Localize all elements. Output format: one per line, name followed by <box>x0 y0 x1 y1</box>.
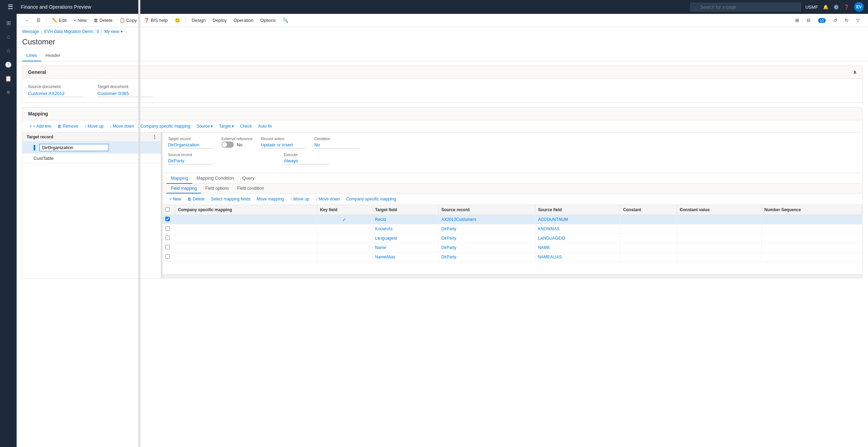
field-company-specific-button[interactable]: Company specific mapping <box>343 195 399 203</box>
table-row[interactable]: Name DirParty NAME <box>163 243 862 252</box>
mapping-move-up-button[interactable]: ↑ Move up <box>82 122 106 130</box>
edit-button[interactable]: ✏️ Edit <box>49 16 69 25</box>
layout-icon-2[interactable]: ⊟ <box>804 16 813 25</box>
add-icon: + <box>29 124 32 129</box>
row-checkbox[interactable] <box>165 245 170 249</box>
search-toggle-button[interactable]: 🔍 <box>280 16 291 25</box>
source-record-value[interactable]: DirParty <box>168 157 213 164</box>
mapping-remove-button[interactable]: 🗑 Remove <box>55 122 81 130</box>
add-line-button[interactable]: + + Add line <box>27 122 54 130</box>
row-checkbox-cell <box>163 224 175 234</box>
page-tabs: Lines Header <box>17 50 868 61</box>
bis-help-button[interactable]: ❓ BIS help <box>141 16 170 25</box>
row-checkbox[interactable] <box>165 235 170 240</box>
tab-mapping[interactable]: Mapping <box>167 173 192 184</box>
move-mapping-button[interactable]: Move mapping <box>254 195 287 203</box>
external-reference-toggle[interactable] <box>221 141 234 148</box>
search-input[interactable] <box>690 3 801 11</box>
emoji-button[interactable]: 🙂 <box>172 16 183 25</box>
row-checkbox[interactable] <box>165 254 170 259</box>
layout-icon-1[interactable]: ⊞ <box>792 16 802 25</box>
tab-field-options[interactable]: Field options <box>201 184 233 194</box>
tab-mapping-condition[interactable]: Mapping Condition <box>192 173 238 184</box>
field-delete-button[interactable]: 🗑 Delete <box>185 195 208 203</box>
breadcrumb-view[interactable]: My view ▾ <box>104 29 123 34</box>
table-row[interactable]: LanguageId DirParty LANGUAGEID <box>163 234 862 243</box>
mapping-body: Target record ⋮ ▌ CustTable <box>23 132 862 278</box>
design-button[interactable]: Design <box>189 16 208 25</box>
collapse-icon[interactable]: ∧ <box>853 69 857 75</box>
target-dropdown-button[interactable]: Target ▾ <box>216 122 236 130</box>
target-document-value[interactable]: Customer D365 <box>97 90 153 97</box>
field-move-up-button[interactable]: ↑ Move up <box>288 195 312 203</box>
company-specific-mapping-button[interactable]: Company specific mapping <box>138 122 193 130</box>
general-section-body: Source document Customer AX2012 Target d… <box>23 79 862 103</box>
target-record-field-value[interactable]: DirOrganization <box>168 141 213 148</box>
breadcrumb-demo[interactable]: EVH Data Migration Demo : 0 <box>44 29 99 34</box>
copy-button[interactable]: 📋 Copy <box>117 16 140 25</box>
new-button[interactable]: + New <box>71 16 89 25</box>
row-checkbox[interactable] <box>165 217 170 221</box>
operation-button[interactable]: Operation <box>231 16 256 25</box>
target-record-input[interactable] <box>40 144 109 151</box>
row-source-record: DirParty <box>438 252 535 262</box>
calendar-icon[interactable]: 📋 <box>2 72 15 85</box>
tab-field-condition[interactable]: Field condition <box>233 184 268 194</box>
row-constant <box>620 252 677 262</box>
record-action-value[interactable]: Update or insert <box>261 141 306 148</box>
col-constant: Constant <box>620 205 677 215</box>
avatar[interactable]: EV <box>854 2 864 12</box>
breadcrumb-message[interactable]: Message <box>22 29 39 34</box>
col-constant-value: Constant value <box>677 205 761 215</box>
refresh-button[interactable]: ↺ <box>831 16 840 25</box>
settings-icon[interactable]: ⚙️ <box>833 5 839 10</box>
notification-badge-button[interactable]: 10 <box>815 16 828 25</box>
tab-query[interactable]: Query <box>238 173 258 184</box>
row-checkbox[interactable] <box>165 226 170 231</box>
horizontal-scrollbar[interactable] <box>163 274 862 278</box>
mapping-move-down-button[interactable]: ↓ Move down <box>107 122 137 130</box>
auto-fix-button[interactable]: Auto fix <box>255 122 275 130</box>
resize-handle[interactable] <box>138 61 140 447</box>
delete-button[interactable]: 🗑 Delete <box>91 16 115 25</box>
source-document-value[interactable]: Customer AX2012 <box>28 90 84 97</box>
back-button[interactable]: ← <box>22 16 32 25</box>
check-button[interactable]: Check <box>237 122 255 130</box>
help-icon[interactable]: ❓ <box>844 5 849 10</box>
filter-icon[interactable]: ▽ <box>853 16 862 25</box>
top-nav: ☰ Finance and Operations Preview 🔍 USMF … <box>0 0 868 14</box>
notification-icon[interactable]: 🔔 <box>823 5 828 10</box>
select-all-checkbox[interactable] <box>165 207 170 212</box>
field-move-down-button[interactable]: ↓ Move down <box>313 195 343 203</box>
deploy-button[interactable]: Deploy <box>210 16 229 25</box>
redo-button[interactable]: ↻ <box>842 16 851 25</box>
emoji-icon: 🙂 <box>175 18 180 23</box>
side-nav: ⊞ ⌂ ☆ 🕐 📋 ≡ <box>0 14 17 447</box>
row-constant <box>620 215 677 224</box>
grid-icon[interactable]: ⊞ <box>2 17 15 29</box>
star-icon[interactable]: ☆ <box>2 44 15 57</box>
tab-header[interactable]: Header <box>41 50 64 61</box>
list-icon[interactable]: ≡ <box>2 86 15 98</box>
select-mapping-fields-button[interactable]: Select mapping fields <box>208 195 253 203</box>
table-row[interactable]: KnownAs DirParty KNOWNAS <box>163 224 862 234</box>
field-new-button[interactable]: + New <box>167 195 184 203</box>
condition-value[interactable]: No <box>314 141 359 148</box>
menu-button[interactable]: ☰ <box>34 16 43 25</box>
row-constant-value <box>677 224 761 234</box>
table-row[interactable]: NameAlias DirParty NAMEALIAS <box>163 252 862 262</box>
column-options-icon[interactable]: ⋮ <box>152 135 157 139</box>
table-row[interactable]: ✓ RecId AX2012Customers ACCOUNTNUM <box>163 215 862 224</box>
tab-lines[interactable]: Lines <box>22 50 41 61</box>
hamburger-icon[interactable]: ☰ <box>4 1 17 13</box>
tab-field-mapping[interactable]: Field mapping <box>167 184 201 194</box>
clock-icon[interactable]: 🕐 <box>2 58 15 71</box>
target-record-field: Target record DirOrganization <box>168 137 213 148</box>
options-button[interactable]: Options <box>257 16 279 25</box>
execute-value[interactable]: Always <box>284 157 329 164</box>
col-key-field: Key field <box>317 205 372 215</box>
row-constant-value <box>677 252 761 262</box>
source-dropdown-button[interactable]: Source ▾ <box>194 122 216 130</box>
row-selector-icon: ▌ <box>34 145 37 150</box>
home-icon[interactable]: ⌂ <box>2 31 15 43</box>
